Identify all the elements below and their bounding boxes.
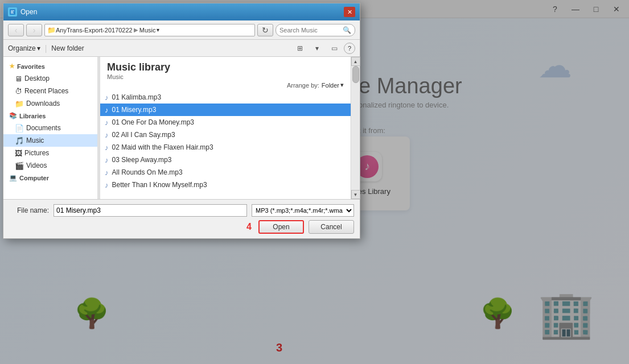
- file-icon-6: ♪: [105, 168, 109, 177]
- file-item-7[interactable]: ♪ Better Than I Know Myself.mp3: [100, 179, 351, 191]
- file-item-2[interactable]: ♪ 01 One For Da Money.mp3: [100, 116, 351, 129]
- sidebar-music-label: Music: [26, 136, 44, 144]
- organize-button[interactable]: Organize ▾: [8, 44, 40, 52]
- dialog-bottom: File name: MP3 (*.mp3;*.m4a;*.m4r;*.wma …: [3, 199, 360, 238]
- address-bar[interactable]: 📁 AnyTrans-Export-20170222 ▶ Music ▾: [44, 24, 255, 36]
- recent-places-icon: ⏱: [15, 87, 22, 96]
- address-folder-name: AnyTrans-Export-20170222: [56, 27, 133, 34]
- file-name-5: 03 Sleep Away.mp3: [112, 156, 172, 164]
- file-item-5[interactable]: ♪ 03 Sleep Away.mp3: [100, 154, 351, 166]
- library-subtitle: Music: [107, 73, 170, 80]
- sidebar-libraries-header: 📚 Libraries: [3, 110, 100, 122]
- sidebar-item-downloads[interactable]: 📁 Downloads: [3, 97, 100, 110]
- dialog-body: ★ Favorites 🖥 Desktop ⏱ Recent Places 📁 …: [3, 57, 360, 199]
- favorites-star-icon: ★: [9, 63, 15, 70]
- file-name-4: 02 Maid with the Flaxen Hair.mp3: [112, 143, 213, 151]
- sidebar-item-desktop[interactable]: 🖥 Desktop: [3, 72, 100, 85]
- pictures-icon: 🖼: [15, 149, 22, 158]
- refresh-button[interactable]: ↻: [257, 24, 273, 36]
- address-dropdown-button[interactable]: ▾: [157, 27, 159, 33]
- file-icon-5: ♪: [105, 156, 109, 164]
- organize-label: Organize: [8, 44, 36, 52]
- sidebar-computer-header: 💻 Computer: [3, 172, 100, 184]
- organize-toolbar: Organize ▾ | New folder ⊞ ▾ ▭ ?: [3, 40, 360, 57]
- file-name-2: 01 One For Da Money.mp3: [112, 118, 195, 126]
- computer-sidebar-label: Computer: [19, 175, 49, 181]
- sidebar-item-videos[interactable]: 🎬 Videos: [3, 159, 100, 172]
- file-name: 01 Kalimba.mp3: [112, 93, 162, 101]
- sidebar-item-pictures[interactable]: 🖼 Pictures: [3, 147, 100, 159]
- file-item-6[interactable]: ♪ All Rounds On Me.mp3: [100, 166, 351, 179]
- scroll-down-button[interactable]: ▼: [351, 190, 360, 199]
- scroll-thumb[interactable]: [352, 66, 359, 83]
- library-header: Music library Music: [100, 59, 351, 81]
- address-subfolder-name: Music: [139, 27, 156, 34]
- cancel-button[interactable]: Cancel: [309, 220, 354, 234]
- arrange-by-label: Arrange by:: [287, 82, 319, 89]
- file-icon-7: ♪: [105, 181, 109, 189]
- sidebar-videos-label: Videos: [26, 162, 47, 169]
- file-icon: ♪: [105, 93, 109, 102]
- file-icon-4: ♪: [105, 143, 109, 152]
- libraries-label: Libraries: [19, 113, 46, 119]
- arrange-chevron-icon: ▾: [340, 81, 344, 89]
- file-icon-selected: ♪: [105, 106, 109, 114]
- back-button[interactable]: ‹: [8, 24, 24, 36]
- scroll-track[interactable]: [352, 66, 360, 190]
- music-library-icon: 🎵: [15, 136, 24, 145]
- file-name-6: All Rounds On Me.mp3: [112, 168, 183, 176]
- grid-view-button[interactable]: ⊞: [293, 42, 307, 55]
- downloads-icon: 📁: [15, 100, 24, 108]
- help-icon-button[interactable]: ?: [344, 43, 355, 54]
- filename-input[interactable]: [54, 204, 247, 217]
- organize-dropdown-icon: ▾: [37, 44, 40, 52]
- favorites-label: Favorites: [17, 63, 45, 70]
- dialog-close-button[interactable]: ✕: [344, 7, 355, 17]
- filename-label: File name:: [9, 206, 49, 214]
- sidebar-favorites-header: ★ Favorites: [3, 60, 100, 72]
- scroll-up-button[interactable]: ▲: [351, 57, 360, 66]
- sidebar-item-recent-places[interactable]: ⏱ Recent Places: [3, 85, 100, 97]
- sidebar-recent-label: Recent Places: [24, 87, 68, 95]
- arrange-value: Folder: [322, 82, 339, 89]
- documents-icon: 📄: [15, 124, 24, 133]
- arrange-dropdown[interactable]: Folder ▾: [322, 81, 344, 89]
- address-folder-icon: 📁: [47, 26, 56, 34]
- computer-sidebar-icon: 💻: [9, 174, 17, 181]
- sidebar-item-documents[interactable]: 📄 Documents: [3, 122, 100, 134]
- search-box: 🔍: [276, 24, 355, 36]
- search-input[interactable]: [279, 27, 343, 34]
- preview-pane-button[interactable]: ▭: [327, 42, 342, 55]
- file-list: Music library Music Arrange by: Folder ▾…: [100, 57, 351, 199]
- sidebar-resize-handle[interactable]: [97, 57, 100, 199]
- library-title: Music library: [107, 61, 170, 73]
- scrollbar[interactable]: ▲ ▼: [351, 57, 360, 199]
- new-folder-button[interactable]: New folder: [51, 44, 84, 52]
- step-4-label: 4: [246, 222, 252, 232]
- open-button[interactable]: Open: [258, 220, 304, 234]
- view-buttons: ⊞ ▾ ▭ ?: [293, 42, 355, 55]
- forward-button[interactable]: ›: [26, 24, 42, 36]
- sidebar-item-music[interactable]: 🎵 Music: [3, 134, 100, 147]
- file-name-selected: 01 Misery.mp3: [112, 106, 157, 114]
- file-name-3: 02 All I Can Say.mp3: [112, 131, 175, 139]
- file-item-3[interactable]: ♪ 02 All I Can Say.mp3: [100, 129, 351, 141]
- open-dialog: Open ✕ ‹ › 📁 AnyTrans-Export-20170222 ▶ …: [3, 3, 360, 239]
- view-options-button[interactable]: ▾: [310, 42, 324, 55]
- file-item-selected[interactable]: ♪ 01 Misery.mp3: [100, 104, 351, 116]
- button-row: 4 Open Cancel: [9, 220, 354, 234]
- file-name-7: Better Than I Know Myself.mp3: [112, 181, 207, 189]
- sidebar-pictures-label: Pictures: [24, 149, 49, 157]
- file-icon-3: ♪: [105, 131, 109, 139]
- file-icon-2: ♪: [105, 118, 109, 127]
- filetype-select[interactable]: MP3 (*.mp3;*.m4a;*.m4r;*.wma: [252, 204, 354, 217]
- libraries-icon: 📚: [9, 112, 17, 119]
- filename-row: File name: MP3 (*.mp3;*.m4a;*.m4r;*.wma: [9, 204, 354, 217]
- dialog-body-scroll: Music library Music Arrange by: Folder ▾…: [100, 57, 360, 199]
- dialog-title-text: Open: [20, 8, 340, 16]
- file-item[interactable]: ♪ 01 Kalimba.mp3: [100, 91, 351, 104]
- videos-icon: 🎬: [15, 162, 24, 170]
- dialog-title-icon: [8, 7, 17, 16]
- address-path: AnyTrans-Export-20170222 ▶ Music: [56, 27, 155, 34]
- file-item-4[interactable]: ♪ 02 Maid with the Flaxen Hair.mp3: [100, 141, 351, 154]
